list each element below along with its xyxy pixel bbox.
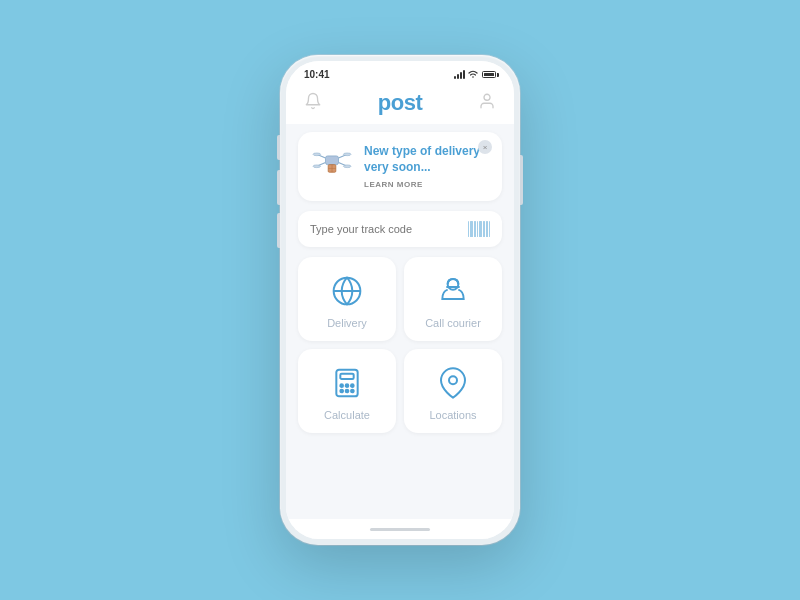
delivery-label: Delivery: [327, 317, 367, 329]
home-bar: [286, 519, 514, 539]
actions-grid: Delivery Call courier: [298, 257, 502, 433]
home-indicator: [370, 528, 430, 531]
track-input-wrapper: [298, 211, 502, 247]
volume-up-button: [277, 170, 280, 205]
bell-icon[interactable]: [304, 92, 322, 114]
svg-point-9: [313, 165, 321, 168]
locations-button[interactable]: Locations: [404, 349, 502, 433]
silent-button: [277, 135, 280, 160]
svg-rect-2: [325, 156, 338, 165]
app-header: post: [286, 84, 514, 124]
svg-point-25: [346, 390, 349, 393]
svg-point-27: [449, 377, 457, 385]
call-courier-button[interactable]: Call courier: [404, 257, 502, 341]
power-button: [520, 155, 523, 205]
svg-point-21: [340, 385, 343, 388]
globe-icon: [329, 273, 365, 309]
battery-icon: [482, 71, 496, 78]
phone-screen: 10:41: [286, 61, 514, 539]
svg-point-7: [313, 153, 321, 156]
svg-point-22: [346, 385, 349, 388]
drone-illustration: [310, 144, 354, 187]
banner-title: New type of delivery very soon...: [364, 144, 490, 175]
user-icon[interactable]: [478, 92, 496, 114]
phone-frame: 10:41: [280, 55, 520, 545]
banner-text: New type of delivery very soon... LEARN …: [364, 144, 490, 189]
app-logo: post: [378, 90, 422, 116]
svg-point-0: [472, 76, 474, 78]
status-icons: [454, 70, 496, 80]
locations-label: Locations: [429, 409, 476, 421]
calculate-button[interactable]: Calculate: [298, 349, 396, 433]
svg-point-24: [340, 390, 343, 393]
svg-point-1: [484, 94, 490, 100]
call-courier-label: Call courier: [425, 317, 481, 329]
svg-point-8: [343, 153, 351, 156]
delivery-button[interactable]: Delivery: [298, 257, 396, 341]
notch: [365, 75, 435, 89]
svg-point-26: [351, 390, 354, 393]
courier-icon: [435, 273, 471, 309]
volume-down-button: [277, 213, 280, 248]
calculator-icon: [329, 365, 365, 401]
track-code-input[interactable]: [310, 223, 468, 235]
barcode-icon[interactable]: [468, 221, 490, 237]
status-time: 10:41: [304, 69, 330, 80]
wifi-icon: [468, 70, 478, 80]
pin-icon: [435, 365, 471, 401]
svg-rect-20: [340, 374, 353, 379]
calculate-label: Calculate: [324, 409, 370, 421]
signal-icon: [454, 71, 465, 79]
svg-point-23: [351, 385, 354, 388]
svg-point-10: [343, 165, 351, 168]
banner-card: ×: [298, 132, 502, 201]
banner-close-button[interactable]: ×: [478, 140, 492, 154]
banner-learn-more[interactable]: LEARN MORE: [364, 180, 490, 189]
app-content: ×: [286, 124, 514, 519]
